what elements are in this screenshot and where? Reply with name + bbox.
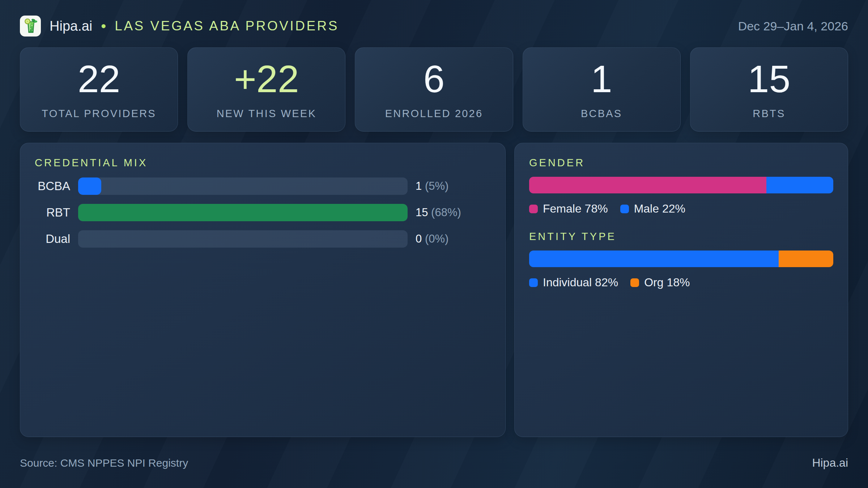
stat-value: 6 <box>424 60 445 98</box>
stat-label: TOTAL PROVIDERS <box>42 108 156 120</box>
bar-value-percent: (5%) <box>425 180 448 192</box>
bar-row-label: RBT <box>35 206 70 219</box>
legend-label: Male 22% <box>634 202 685 215</box>
entity-segment-org <box>779 251 833 267</box>
stat-card-total-providers: 22 TOTAL PROVIDERS <box>20 47 178 132</box>
bar-value-count: 15 <box>416 206 428 219</box>
credential-mix-chart: BCBA 1 (5%) RBT 15 (68%) Dual <box>35 177 491 248</box>
legend-item-individual: Individual 82% <box>529 276 618 289</box>
stat-label: RBTS <box>753 108 785 120</box>
bar-value: 1 (5%) <box>416 180 491 193</box>
legend-label: Female 78% <box>543 202 608 215</box>
stat-value: 15 <box>748 60 790 98</box>
bar-value-percent: (0%) <box>425 232 448 245</box>
gender-segment-male <box>766 177 833 193</box>
stat-value: 22 <box>78 60 120 98</box>
credential-mix-panel: CREDENTIAL MIX BCBA 1 (5%) RBT 15 (68%) <box>20 143 506 437</box>
bar-row-label: BCBA <box>35 179 70 193</box>
legend-swatch <box>529 205 538 213</box>
gender-segment-female <box>529 177 766 193</box>
page-title: LAS VEGAS ABA PROVIDERS <box>115 18 339 34</box>
bar-value-percent: (68%) <box>431 206 461 219</box>
legend-label: Individual 82% <box>543 276 618 289</box>
dashboard-page: Hipa.ai • LAS VEGAS ABA PROVIDERS Dec 29… <box>0 0 868 488</box>
bar-fill-rbt <box>78 204 408 221</box>
bar-row-label: Dual <box>35 232 70 246</box>
stat-cards-row: 22 TOTAL PROVIDERS +22 NEW THIS WEEK 6 E… <box>20 47 848 132</box>
stat-label: BCBAS <box>581 108 622 120</box>
legend-label: Org 18% <box>644 276 690 289</box>
bar-value-count: 1 <box>416 180 422 192</box>
bar-value: 15 (68%) <box>416 206 491 219</box>
bar-track <box>78 204 408 221</box>
stat-label: ENROLLED 2026 <box>385 108 483 120</box>
date-range: Dec 29–Jan 4, 2026 <box>738 19 848 33</box>
legend-item-female: Female 78% <box>529 202 608 215</box>
legend-item-org: Org 18% <box>630 276 690 289</box>
bar-value: 0 (0%) <box>416 232 491 245</box>
panels-row: CREDENTIAL MIX BCBA 1 (5%) RBT 15 (68%) <box>20 143 848 437</box>
stat-label: NEW THIS WEEK <box>217 108 316 120</box>
legend-swatch <box>620 205 629 213</box>
stat-card-enrolled-2026: 6 ENROLLED 2026 <box>355 47 513 132</box>
stat-card-bcbas: 1 BCBAS <box>523 47 681 132</box>
bar-track <box>78 177 408 195</box>
brand-logo <box>20 16 41 37</box>
entity-type-legend: Individual 82% Org 18% <box>529 276 833 289</box>
demographics-panel: GENDER Female 78% Male 22% ENTITY TYPE <box>514 143 848 437</box>
bar-fill-bcba <box>78 177 101 195</box>
footer-brand: Hipa.ai <box>812 456 848 470</box>
entity-type-title: ENTITY TYPE <box>529 231 833 242</box>
gender-title: GENDER <box>529 158 833 168</box>
header: Hipa.ai • LAS VEGAS ABA PROVIDERS Dec 29… <box>20 13 848 39</box>
footer: Source: CMS NPPES NPI Registry Hipa.ai <box>20 456 848 470</box>
gender-legend: Female 78% Male 22% <box>529 202 833 215</box>
legend-item-male: Male 22% <box>620 202 685 215</box>
bar-value-count: 0 <box>416 232 422 245</box>
legend-swatch <box>529 278 538 287</box>
header-separator-dot: • <box>101 18 106 34</box>
stat-value: 1 <box>591 60 612 98</box>
legend-swatch <box>630 278 639 287</box>
stat-card-rbts: 15 RBTS <box>690 47 848 132</box>
stat-value: +22 <box>234 60 299 98</box>
source-attribution: Source: CMS NPPES NPI Registry <box>20 457 188 469</box>
mojito-icon <box>22 18 39 34</box>
entity-type-stacked-bar <box>529 251 833 267</box>
stat-card-new-this-week: +22 NEW THIS WEEK <box>187 47 345 132</box>
brand-name: Hipa.ai <box>50 18 92 34</box>
gender-stacked-bar <box>529 177 833 193</box>
bar-track <box>78 230 408 248</box>
credential-mix-title: CREDENTIAL MIX <box>35 158 491 168</box>
entity-segment-individual <box>529 251 779 267</box>
